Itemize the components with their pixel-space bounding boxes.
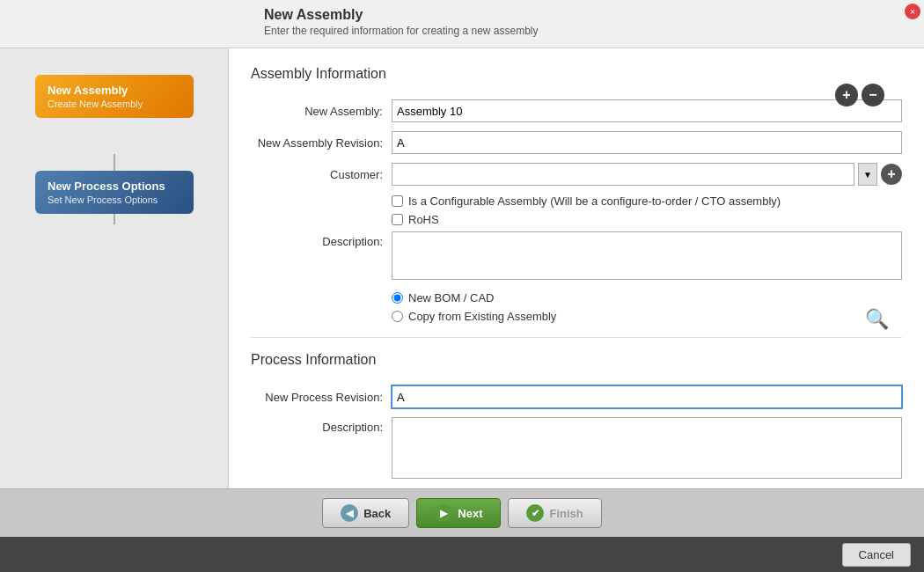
customer-label: Customer: <box>251 168 392 181</box>
process-description-wrap <box>392 417 902 481</box>
new-assembly-wrap <box>392 99 902 122</box>
configurable-label: Is a Configurable Assembly (Will be a co… <box>408 194 781 208</box>
content-inner: Assembly Information + − New Assembly: N… <box>229 48 924 488</box>
sidebar-step2[interactable]: New Process Options Set New Process Opti… <box>35 171 194 214</box>
step2-title: New Process Options <box>48 180 181 193</box>
rohs-label: RoHS <box>408 213 439 226</box>
assembly-info-heading: Assembly Information <box>251 66 902 85</box>
cancel-button[interactable]: Cancel <box>842 543 911 567</box>
customer-dropdown-arrow[interactable]: ▼ <box>858 163 877 186</box>
assembly-info-section: Assembly Information + − New Assembly: N… <box>251 66 902 323</box>
process-info-section: Process Information New Process Revision… <box>251 352 902 488</box>
step1-title: New Assembly <box>48 84 181 97</box>
plus-minus-group: + − <box>835 84 884 106</box>
main-container: New Assembly Create New Assembly New Pro… <box>0 48 924 488</box>
back-arrow-icon: ◀ <box>341 504 358 522</box>
back-button[interactable]: ◀ Back <box>322 498 409 528</box>
process-description-label: Description: <box>251 417 392 434</box>
process-description-row: Description: <box>251 417 902 481</box>
new-assembly-revision-row: New Assembly Revision: <box>251 131 902 154</box>
assembly-description-wrap <box>392 231 902 282</box>
copy-assembly-radio[interactable] <box>392 311 403 322</box>
content-area: Assembly Information + − New Assembly: N… <box>229 48 924 488</box>
back-label: Back <box>363 507 391 520</box>
dialog-title: New Assembly <box>264 7 539 23</box>
close-button[interactable]: × <box>905 4 920 19</box>
add-button[interactable]: + <box>835 84 858 106</box>
new-assembly-revision-wrap <box>392 131 902 154</box>
new-process-revision-row: New Process Revision: <box>251 385 902 408</box>
assembly-description-row: Description: <box>251 231 902 282</box>
assembly-description-textarea[interactable] <box>392 231 902 280</box>
bottom-toolbar: ◀ Back ▶ Next ✔ Finish <box>0 488 924 537</box>
finish-button[interactable]: ✔ Finish <box>508 498 601 528</box>
new-process-revision-input[interactable] <box>392 385 902 408</box>
customer-select[interactable] <box>392 163 854 186</box>
copy-assembly-label: Copy from Existing Assembly <box>408 310 556 323</box>
radio-new-bom-row: New BOM / CAD <box>392 291 902 304</box>
process-info-heading: Process Information <box>251 352 902 371</box>
configurable-row: Is a Configurable Assembly (Will be a co… <box>392 194 902 208</box>
new-assembly-revision-input[interactable] <box>392 131 902 154</box>
radio-copy-assembly-row: Copy from Existing Assembly 🔍 <box>392 310 902 323</box>
step1-subtitle: Create New Assembly <box>48 99 181 109</box>
configurable-checkbox[interactable] <box>392 195 403 207</box>
new-assembly-input[interactable] <box>392 99 902 122</box>
finish-check-icon: ✔ <box>526 504 544 522</box>
next-button[interactable]: ▶ Next <box>416 498 501 528</box>
process-description-textarea[interactable] <box>392 417 902 479</box>
dialog-subtitle: Enter the required information for creat… <box>264 25 539 37</box>
new-process-revision-label: New Process Revision: <box>251 391 392 404</box>
new-bom-label: New BOM / CAD <box>408 291 495 304</box>
customer-input-group: ▼ + <box>392 163 902 186</box>
next-arrow-icon: ▶ <box>435 504 452 522</box>
next-label: Next <box>458 507 482 520</box>
rohs-row: RoHS <box>392 213 902 226</box>
remove-button[interactable]: − <box>862 84 884 106</box>
step2-subtitle: Set New Process Options <box>48 194 181 205</box>
customer-wrap: ▼ + <box>392 163 902 186</box>
new-assembly-revision-label: New Assembly Revision: <box>251 136 392 150</box>
search-icon[interactable]: 🔍 <box>865 308 889 331</box>
finish-label: Finish <box>549 507 583 520</box>
assembly-description-label: Description: <box>251 231 392 248</box>
customer-add-button[interactable]: + <box>881 164 902 185</box>
sidebar-step1[interactable]: New Assembly Create New Assembly <box>35 75 194 118</box>
section-divider <box>251 337 902 338</box>
rohs-checkbox[interactable] <box>392 214 403 225</box>
new-assembly-label: New Assembly: <box>251 105 392 118</box>
new-bom-radio[interactable] <box>392 292 403 304</box>
new-assembly-row: New Assembly: <box>251 99 902 122</box>
sidebar: New Assembly Create New Assembly New Pro… <box>0 48 229 488</box>
new-process-revision-wrap <box>392 385 902 408</box>
customer-row: Customer: ▼ + <box>251 163 902 186</box>
title-bar: New Assembly Enter the required informat… <box>0 0 924 48</box>
bottom-bar: Cancel <box>0 537 924 572</box>
